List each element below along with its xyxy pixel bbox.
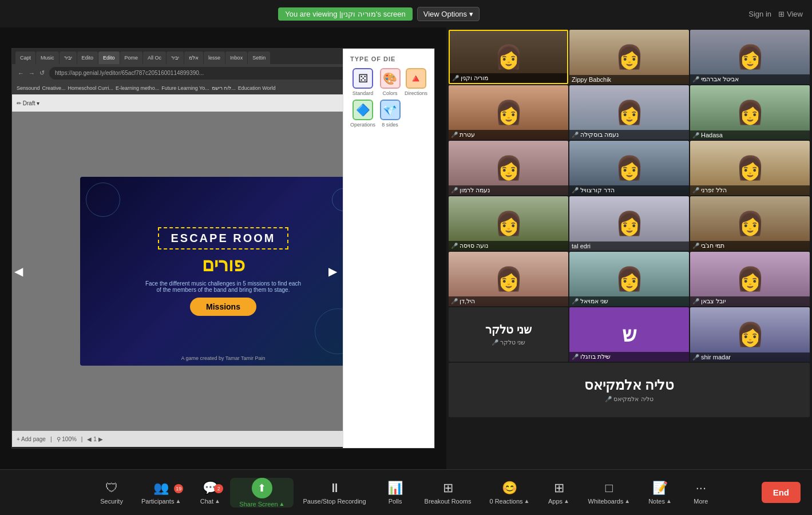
- browser-tab[interactable]: All Oc: [143, 52, 166, 64]
- die-directions[interactable]: 🔺 Directions: [405, 68, 427, 96]
- end-button[interactable]: End: [762, 482, 801, 503]
- die-standard[interactable]: ⚄ Standard: [350, 68, 375, 96]
- participant-tile[interactable]: 👩 🎤 הדר קורצוויל: [569, 141, 689, 195]
- participant-tile[interactable]: 👩 🎤 עטרת: [449, 85, 568, 140]
- bookmark[interactable]: Future Learning Yo...: [161, 85, 209, 91]
- sign-in-button[interactable]: Sign in: [748, 10, 771, 18]
- participant-name: עטרת: [460, 131, 475, 138]
- participant-name-bar: 🎤 Hadasa: [690, 130, 810, 140]
- reactions-button[interactable]: 😊 0 Reactions ▲: [481, 481, 539, 505]
- browser-tab[interactable]: lesse: [204, 52, 225, 64]
- mic-muted-icon: 🎤: [572, 132, 579, 138]
- chat-label: Chat: [200, 498, 213, 505]
- participant-name: הדר קורצוויל: [580, 187, 615, 194]
- participant-tile[interactable]: 👩 🎤 נועה סויסה: [449, 196, 568, 251]
- pause-recording-label: Pause/Stop Recording: [303, 498, 366, 505]
- bookmark[interactable]: Education World: [238, 85, 276, 91]
- die-panel: TYPE OF DIE ⚄ Standard 🎨 Colors 🔺 Dire: [343, 49, 434, 448]
- browser-tab[interactable]: Inbox: [225, 52, 247, 64]
- chat-arrow: ▲: [215, 498, 220, 504]
- polls-icon: 📊: [387, 481, 403, 496]
- more-button[interactable]: ··· More: [681, 481, 721, 505]
- participant-tile[interactable]: ש 🎤 שילת בוזגלו: [569, 307, 689, 362]
- bookmark[interactable]: Homeschool Curri...: [68, 85, 114, 91]
- viewing-badge: You are viewing |מוריה וקנין's screen: [278, 7, 413, 21]
- view-button[interactable]: ⊞ View: [778, 10, 803, 18]
- page-nav-button[interactable]: ◀ 1 ▶: [87, 436, 102, 442]
- grid-icon: ⊞: [778, 10, 785, 18]
- participant-tile[interactable]: 👩 🎤 יובל צבאן: [690, 252, 810, 306]
- apps-button[interactable]: ⊞ Apps ▲: [539, 481, 579, 505]
- participant-tile[interactable]: 👩 🎤 Hadasa: [690, 85, 810, 140]
- security-button[interactable]: 🛡 Security: [91, 481, 132, 505]
- next-slide-button[interactable]: ▶: [328, 264, 337, 278]
- participant-name: אביטל אברהמי: [701, 76, 739, 83]
- chat-button[interactable]: 2 💬 Chat ▲: [190, 481, 230, 505]
- participant-name: הלל זפרני: [701, 187, 727, 194]
- apps-arrow: ▲: [564, 498, 569, 504]
- share-screen-arrow: ▲: [279, 501, 285, 507]
- die-colors[interactable]: 🎨 Colors: [379, 68, 401, 96]
- share-screen-button[interactable]: ⬆ Share Screen ▲: [230, 478, 294, 508]
- participant-tile[interactable]: 👩 🎤 היל,דן: [449, 252, 568, 306]
- mic-muted-icon: 🎤: [452, 75, 459, 81]
- bookmark[interactable]: Sensound: [17, 85, 40, 91]
- missions-button[interactable]: Missions: [190, 298, 256, 316]
- zoom-button[interactable]: ⚲ 100%: [57, 436, 77, 442]
- participant-tile-large-name-2[interactable]: טליה אלמקיאס 🎤 טליה אלמקיאס: [449, 363, 810, 417]
- pause-recording-button[interactable]: ⏸ Pause/Stop Recording: [294, 481, 375, 505]
- participant-tile[interactable]: 👩 🎤 מוריה וקנין: [449, 30, 568, 84]
- chat-badge: 2: [214, 484, 223, 493]
- participant-tile[interactable]: 👩 🎤 הלל זפרני: [690, 141, 810, 195]
- prev-slide-button[interactable]: ◀: [14, 264, 23, 278]
- forward-icon[interactable]: →: [29, 70, 35, 77]
- participant-sub-name-2: טליה אלמקיאס: [613, 395, 653, 403]
- mic-muted-icon: 🎤: [451, 243, 458, 249]
- mic-muted-icon: 🎤: [572, 298, 579, 304]
- bookmark[interactable]: לוח רישמ...: [212, 85, 236, 91]
- die-8sides[interactable]: 💎 8 sides: [379, 100, 401, 128]
- participant-name-bar: 🎤 היל,דן: [449, 296, 568, 306]
- browser-tab[interactable]: Settin: [248, 52, 270, 64]
- add-page-button[interactable]: + Add page: [17, 436, 46, 442]
- browser-tab[interactable]: אלמ: [184, 52, 203, 64]
- participants-button[interactable]: 19 👥 Participants ▲: [132, 481, 190, 505]
- refresh-icon[interactable]: ↺: [39, 69, 45, 77]
- whiteboards-button[interactable]: □ Whiteboards ▲: [579, 481, 640, 505]
- notes-button[interactable]: 📝 Notes ▲: [639, 481, 681, 505]
- more-label: More: [694, 498, 708, 505]
- browser-tab[interactable]: יביר: [167, 52, 184, 64]
- participant-tile[interactable]: 👩 🎤 תמי חג'בי: [690, 196, 810, 251]
- participant-tile[interactable]: 👩 🎤 נעמה בוסקילה: [569, 85, 689, 140]
- whiteboards-arrow: ▲: [624, 498, 630, 504]
- mic-muted-icon: 🎤: [692, 187, 699, 193]
- bookmark[interactable]: Creative...: [42, 85, 66, 91]
- breakout-rooms-button[interactable]: ⊞ Breakout Rooms: [415, 481, 481, 505]
- participant-name-bar: 🎤 שני אמויאל: [569, 296, 689, 306]
- browser-tab[interactable]: Edito: [77, 52, 98, 64]
- participant-tile[interactable]: 👩 Zippy Babchik: [569, 30, 689, 84]
- participant-tile-large-name[interactable]: שני טלקר 🎤 שני טלקר: [449, 307, 568, 362]
- escape-room-slide: ESCAPE ROOM פורים Face the different mus…: [80, 177, 366, 366]
- share-screen-label: Share Screen: [239, 501, 278, 508]
- browser-tab[interactable]: יביר: [60, 52, 77, 64]
- participant-tile[interactable]: 👩 tal edri: [569, 196, 689, 251]
- participant-tile[interactable]: 👩 🎤 shir madar: [690, 307, 810, 362]
- notes-icon: 📝: [652, 481, 668, 496]
- back-icon[interactable]: ←: [18, 70, 24, 77]
- die-operations[interactable]: 🔷 Operations: [350, 100, 375, 128]
- participant-name: תמי חג'בי: [701, 242, 724, 249]
- chevron-down-icon: ▾: [469, 10, 473, 18]
- browser-tab[interactable]: Music: [36, 52, 59, 64]
- participant-name: שני אמויאל: [580, 298, 608, 305]
- directions-die-label: Directions: [405, 90, 427, 96]
- participant-tile[interactable]: 👩 🎤 שני אמויאל: [569, 252, 689, 306]
- bookmark[interactable]: E-learning metho...: [116, 85, 159, 91]
- browser-tab[interactable]: Pome: [120, 52, 143, 64]
- participant-tile[interactable]: 👩 🎤 אביטל אברהמי: [690, 30, 810, 84]
- browser-tab-active[interactable]: Edito: [98, 52, 120, 64]
- browser-tab[interactable]: Capt: [15, 52, 35, 64]
- polls-button[interactable]: 📊 Polls: [375, 481, 415, 505]
- participant-tile[interactable]: 👩 🎤 נעמה לרמון: [449, 141, 568, 195]
- view-options-button[interactable]: View Options ▾: [417, 7, 480, 21]
